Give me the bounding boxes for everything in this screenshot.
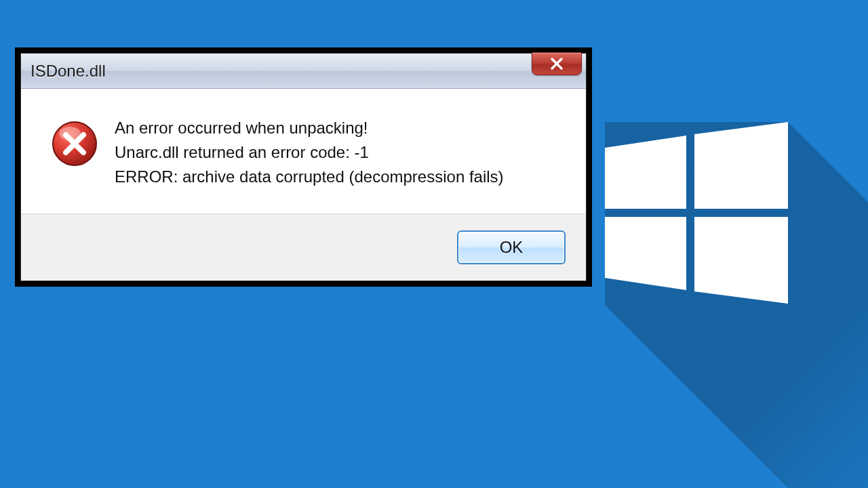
error-dialog: ISDone.dll An error occurred when unpack… [20,53,587,281]
svg-marker-2 [605,217,686,290]
dialog-button-row: OK [21,214,586,281]
windows-logo-decor [605,122,842,359]
windows-logo-icon [605,122,788,305]
close-icon [549,56,564,71]
svg-marker-0 [605,136,686,209]
error-message: An error occurred when unpacking! Unarc.… [115,116,504,189]
error-message-line2: Unarc.dll returned an error code: -1 [115,140,504,165]
error-icon [51,120,98,167]
dialog-title: ISDone.dll [31,62,106,81]
error-message-line1: An error occurred when unpacking! [115,116,504,140]
close-button[interactable] [532,52,582,75]
svg-marker-3 [694,217,788,304]
error-message-line3: ERROR: archive data corrupted (decompres… [115,165,504,189]
svg-marker-1 [694,122,788,209]
ok-button[interactable]: OK [457,230,566,264]
dialog-titlebar[interactable]: ISDone.dll [21,54,586,89]
dialog-body: An error occurred when unpacking! Unarc.… [21,89,586,214]
